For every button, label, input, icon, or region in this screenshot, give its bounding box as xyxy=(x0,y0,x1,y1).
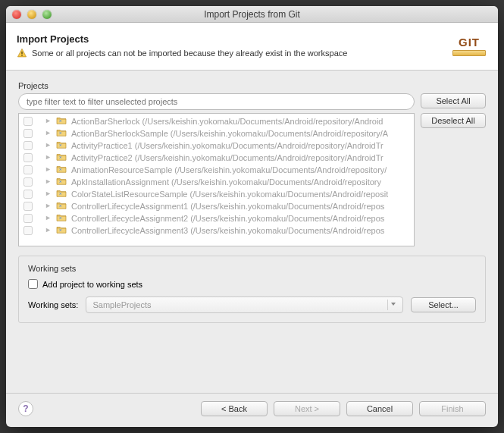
project-checkbox[interactable] xyxy=(23,141,33,150)
project-checkbox[interactable] xyxy=(23,177,33,187)
tree-twisty-icon xyxy=(45,226,52,235)
project-label: AnimationResourceSample (/Users/keishin.… xyxy=(71,165,387,174)
project-label: ControllerLifecycleAssignment2 (/Users/k… xyxy=(71,214,384,223)
list-item[interactable]: ColorStateListResourceSample (/Users/kei… xyxy=(19,188,414,200)
tree-twisty-icon xyxy=(45,214,52,223)
svg-rect-1 xyxy=(21,55,22,55)
help-icon[interactable]: ? xyxy=(18,401,33,416)
tree-twisty-icon xyxy=(45,165,52,174)
folder-icon xyxy=(56,213,67,224)
list-item[interactable]: ControllerLifecycleAssignment2 (/Users/k… xyxy=(19,212,414,224)
list-item[interactable]: ActionBarSherlockSample (/Users/keishin.… xyxy=(19,127,414,140)
folder-icon xyxy=(56,177,67,187)
back-button[interactable]: < Back xyxy=(201,401,268,416)
chevron-down-icon xyxy=(387,300,398,310)
select-all-button[interactable]: Select All xyxy=(421,93,486,108)
filter-input[interactable] xyxy=(18,93,415,110)
list-item[interactable]: ActionBarSherlock (/Users/keishin.yokoma… xyxy=(19,115,414,127)
working-sets-combo[interactable]: SampleProjects xyxy=(86,297,403,313)
project-label: ApkInstallationAssignment (/Users/keishi… xyxy=(71,177,381,187)
warning-icon xyxy=(17,48,27,58)
tree-twisty-icon xyxy=(45,141,52,150)
projects-label: Projects xyxy=(18,81,486,90)
wizard-header: Import Projects Some or all projects can… xyxy=(6,23,498,71)
project-checkbox[interactable] xyxy=(23,214,33,223)
project-checkbox[interactable] xyxy=(23,129,33,138)
finish-button: Finish xyxy=(419,401,486,416)
project-label: ActionBarSherlock (/Users/keishin.yokoma… xyxy=(71,117,383,126)
list-item[interactable]: ApkInstallationAssignment (/Users/keishi… xyxy=(19,176,414,188)
project-checkbox[interactable] xyxy=(23,190,33,199)
git-logo-icon: GIT xyxy=(451,30,487,61)
project-label: ControllerLifecycleAssignment3 (/Users/k… xyxy=(71,226,384,235)
wizard-footer: ? < Back Next > Cancel Finish xyxy=(6,393,498,427)
tree-twisty-icon xyxy=(45,190,52,199)
titlebar: Import Projects from Git xyxy=(6,6,498,23)
wizard-body: Projects ActionBarSherlock (/Users/keish… xyxy=(6,71,498,393)
folder-icon xyxy=(56,201,67,212)
project-label: ActivityPractice2 (/Users/keishin.yokoma… xyxy=(71,153,383,162)
window-title: Import Projects from Git xyxy=(6,9,498,20)
working-sets-label: Working sets: xyxy=(28,300,78,309)
working-sets-select-button[interactable]: Select... xyxy=(411,297,476,312)
folder-icon xyxy=(56,116,67,127)
list-item[interactable]: ActivityPractice2 (/Users/keishin.yokoma… xyxy=(19,152,414,164)
project-label: ActivityPractice1 (/Users/keishin.yokoma… xyxy=(71,141,383,150)
working-sets-title: Working sets xyxy=(28,264,476,273)
working-sets-group: Working sets Add project to working sets… xyxy=(18,256,486,323)
folder-icon xyxy=(56,225,67,236)
page-title: Import Projects xyxy=(17,33,443,45)
dialog-window: Import Projects from Git Import Projects… xyxy=(6,6,498,427)
tree-twisty-icon xyxy=(45,117,52,126)
list-item[interactable]: ActivityPractice1 (/Users/keishin.yokoma… xyxy=(19,140,414,152)
next-button: Next > xyxy=(274,401,340,416)
folder-icon xyxy=(56,140,67,151)
tree-twisty-icon xyxy=(45,129,52,138)
tree-twisty-icon xyxy=(45,202,52,211)
projects-list[interactable]: ActionBarSherlock (/Users/keishin.yokoma… xyxy=(18,113,415,246)
folder-icon xyxy=(56,189,67,199)
project-checkbox[interactable] xyxy=(23,226,33,235)
project-label: ActionBarSherlockSample (/Users/keishin.… xyxy=(71,129,388,138)
project-checkbox[interactable] xyxy=(23,117,33,126)
deselect-all-button[interactable]: Deselect All xyxy=(421,113,486,128)
project-checkbox[interactable] xyxy=(23,165,33,174)
list-item[interactable]: ControllerLifecycleAssignment1 (/Users/k… xyxy=(19,200,414,212)
add-to-working-sets-checkbox[interactable] xyxy=(28,279,38,289)
tree-twisty-icon xyxy=(45,153,52,162)
project-checkbox[interactable] xyxy=(23,153,33,162)
project-label: ControllerLifecycleAssignment1 (/Users/k… xyxy=(71,202,384,211)
cancel-button[interactable]: Cancel xyxy=(346,401,413,416)
tree-twisty-icon xyxy=(45,177,52,187)
list-item[interactable]: AnimationResourceSample (/Users/keishin.… xyxy=(19,164,414,176)
svg-rect-0 xyxy=(21,51,22,54)
project-label: ColorStateListResourceSample (/Users/kei… xyxy=(71,190,388,199)
add-to-working-sets-label: Add project to working sets xyxy=(42,280,142,289)
folder-icon xyxy=(56,152,67,163)
header-message: Some or all projects can not be imported… xyxy=(32,49,347,58)
list-item[interactable]: ControllerLifecycleAssignment3 (/Users/k… xyxy=(19,224,414,237)
working-sets-combo-value: SampleProjects xyxy=(92,300,151,309)
folder-icon xyxy=(56,128,67,139)
folder-icon xyxy=(56,165,67,175)
project-checkbox[interactable] xyxy=(23,202,33,211)
